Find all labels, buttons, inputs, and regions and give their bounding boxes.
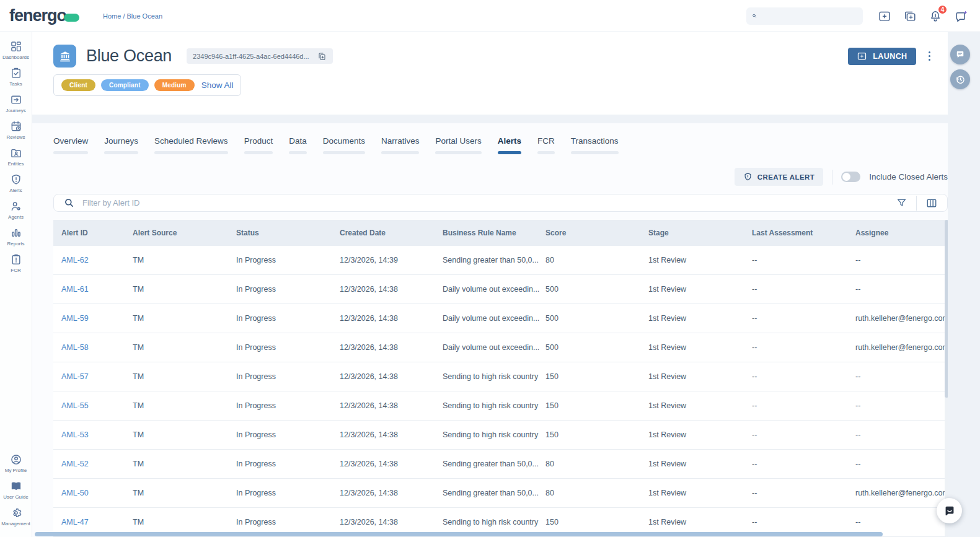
alert-id-link[interactable]: AML-52 [53, 460, 133, 468]
sidebar-item-reports[interactable]: Reports [0, 227, 32, 247]
cell-alert-source: TM [133, 401, 236, 410]
tab-portal-users[interactable]: Portal Users [435, 136, 481, 154]
notifications-bell-icon[interactable]: 4 [929, 9, 942, 23]
cell-stage: 1st Review [648, 256, 752, 264]
sidebar-item-dashboards[interactable]: Dashboards [0, 40, 32, 60]
global-search[interactable] [746, 7, 863, 25]
alert-id-link[interactable]: AML-62 [53, 256, 133, 264]
tab-documents[interactable]: Documents [323, 136, 365, 154]
sidebar-item-entities[interactable]: Entities [0, 147, 32, 167]
table-row-aml-62[interactable]: AML-62TMIn Progress12/3/2026, 14:39Sendi… [53, 246, 948, 275]
alert-id-link[interactable]: AML-50 [53, 489, 133, 497]
breadcrumb[interactable]: Home / Blue Ocean [103, 12, 162, 20]
column-header-stage[interactable]: Stage [648, 229, 752, 237]
table-row-aml-59[interactable]: AML-59TMIn Progress12/3/2026, 14:38Daily… [53, 304, 948, 333]
sidebar-item-tasks[interactable]: Tasks [0, 67, 32, 87]
include-closed-alerts-toggle[interactable] [841, 172, 860, 182]
alert-id-link[interactable]: AML-61 [53, 285, 133, 294]
add-folder-icon[interactable] [878, 9, 891, 23]
column-header-business-rule-name[interactable]: Business Rule Name [443, 229, 545, 237]
sidebar-item-my-profile[interactable]: My Profile [0, 453, 32, 473]
sidebar-item-fcr[interactable]: FCR [0, 253, 32, 273]
launch-button[interactable]: LAUNCH [848, 48, 916, 65]
launch-folder-plus-icon [857, 51, 867, 61]
column-header-alert-id[interactable]: Alert ID [53, 229, 133, 237]
alert-id-link[interactable]: AML-58 [53, 343, 133, 352]
sidebar-item-journeys[interactable]: Journeys [0, 94, 32, 113]
table-row-aml-53[interactable]: AML-53TMIn Progress12/3/2026, 14:38Sendi… [53, 421, 948, 450]
column-header-assignee[interactable]: Assignee [855, 229, 948, 237]
tab-narratives[interactable]: Narratives [381, 136, 420, 154]
alert-id-link[interactable]: AML-57 [53, 372, 133, 381]
tab-underline [381, 151, 420, 154]
column-settings-icon[interactable] [925, 197, 938, 209]
create-alert-button[interactable]: CREATE ALERT [735, 168, 823, 186]
filter-funnel-icon[interactable] [896, 197, 907, 209]
tab-fcr[interactable]: FCR [537, 136, 555, 154]
copy-folder-icon[interactable] [903, 9, 917, 23]
cell-last-assessment: -- [752, 430, 855, 439]
table-row-aml-58[interactable]: AML-58TMIn Progress12/3/2026, 14:38Daily… [53, 333, 948, 362]
chat-widget-button[interactable] [937, 498, 962, 523]
ai-assistant-icon[interactable] [954, 9, 968, 23]
cell-created-date: 12/3/2026, 14:38 [340, 314, 443, 323]
sidebar-item-label: Management [1, 521, 30, 526]
tab-underline [154, 151, 228, 154]
tab-scheduled-reviews[interactable]: Scheduled Reviews [154, 136, 228, 154]
fenergo-logo[interactable]: fenergo [9, 6, 79, 25]
sidebar-item-management[interactable]: Management [0, 507, 32, 526]
tab-label: Alerts [498, 136, 521, 146]
alert-id-link[interactable]: AML-55 [53, 401, 133, 410]
cell-business-rule-name: Sending greater than 50,0... [443, 489, 545, 497]
sidebar-item-agents[interactable]: Agents [0, 200, 32, 220]
sidebar-item-alerts[interactable]: Alerts [0, 173, 32, 193]
tab-underline [571, 151, 619, 154]
show-all-link[interactable]: Show All [201, 81, 234, 90]
alerts-table: Alert IDAlert SourceStatusCreated DateBu… [53, 220, 948, 537]
column-header-alert-source[interactable]: Alert Source [133, 229, 236, 237]
column-header-score[interactable]: Score [545, 229, 648, 237]
cell-created-date: 12/3/2026, 14:38 [340, 372, 443, 381]
column-header-last-assessment[interactable]: Last Assessment [752, 229, 855, 237]
journeys-icon [10, 94, 22, 106]
tab-product[interactable]: Product [244, 136, 273, 154]
alert-id-link[interactable]: AML-47 [53, 518, 133, 526]
tab-overview[interactable]: Overview [53, 136, 88, 154]
table-row-aml-52[interactable]: AML-52TMIn Progress12/3/2026, 14:38Sendi… [53, 450, 948, 479]
tab-label: Product [244, 136, 273, 146]
history-fab[interactable] [950, 69, 970, 89]
sidebar-item-reviews[interactable]: Reviews [0, 120, 32, 140]
tab-alerts[interactable]: Alerts [498, 136, 521, 154]
table-vertical-scrollbar[interactable] [945, 220, 948, 537]
cell-alert-source: TM [133, 460, 236, 468]
cell-score: 80 [545, 256, 648, 264]
tab-journeys[interactable]: Journeys [104, 136, 138, 154]
cell-score: 80 [545, 460, 648, 468]
table-row-aml-50[interactable]: AML-50TMIn Progress12/3/2026, 14:38Sendi… [53, 479, 948, 508]
table-row-aml-57[interactable]: AML-57TMIn Progress12/3/2026, 14:38Sendi… [53, 362, 948, 391]
alert-filter-input[interactable] [82, 198, 888, 207]
cell-created-date: 12/3/2026, 14:38 [340, 518, 443, 526]
alert-id-link[interactable]: AML-59 [53, 314, 133, 323]
cell-stage: 1st Review [648, 285, 752, 294]
table-row-aml-61[interactable]: AML-61TMIn Progress12/3/2026, 14:38Daily… [53, 275, 948, 304]
toolbar-divider [832, 170, 832, 185]
column-header-status[interactable]: Status [236, 229, 340, 237]
sidebar-item-user-guide[interactable]: User Guide [0, 480, 32, 500]
global-search-input[interactable] [761, 12, 857, 20]
tab-underline [537, 151, 555, 154]
tab-data[interactable]: Data [289, 136, 307, 154]
tab-label: Narratives [381, 136, 420, 146]
copy-icon[interactable] [317, 51, 327, 61]
table-row-aml-55[interactable]: AML-55TMIn Progress12/3/2026, 14:38Sendi… [53, 391, 948, 421]
search-icon [752, 11, 757, 21]
comments-fab[interactable] [950, 45, 970, 64]
more-options-kebab-icon[interactable] [926, 49, 934, 64]
sidebar-item-label: Reviews [6, 134, 25, 140]
cell-assignee: -- [855, 518, 948, 526]
alert-id-link[interactable]: AML-53 [53, 430, 133, 439]
tab-label: FCR [537, 136, 555, 146]
horizontal-scrollbar[interactable] [33, 532, 945, 536]
column-header-created-date[interactable]: Created Date [340, 229, 443, 237]
tab-transactions[interactable]: Transactions [571, 136, 619, 154]
